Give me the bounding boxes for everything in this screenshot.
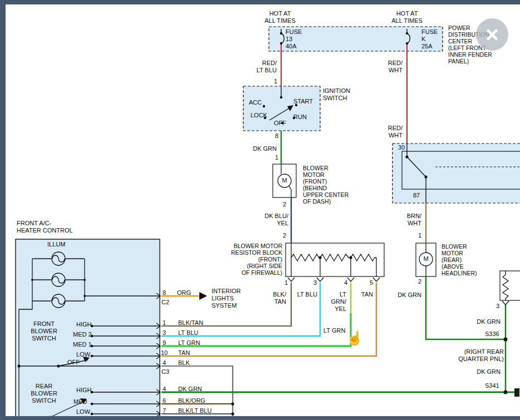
pin-label-ignition-1: 1 [274, 78, 277, 85]
wire-label-dk-grn-3: DK GRN [469, 318, 501, 325]
wire-label-tan-2: TAN [178, 349, 190, 357]
pin-label-front-motor-2: 2 [283, 201, 286, 208]
fuse-13-label: FUSE 13 40A [286, 28, 302, 50]
wire-label-red-wht-2: RED/ WHT [367, 125, 403, 139]
front-switch-low-label: LOW [76, 351, 90, 358]
rear-switch-med-label: MED [73, 398, 87, 406]
wire-label-red-ltblu: RED/ LT BLU [241, 60, 277, 74]
wire-label-blk-org: BLK/ORG [178, 397, 205, 404]
pin-label-c2-8: 8 [163, 289, 166, 297]
viewer-frame-bottom [0, 416, 520, 420]
pin-label-rear-7: 7 [163, 407, 166, 414]
ignition-lock-label: LOCK [251, 112, 267, 119]
wire-label-lt-grn-mid: LT GRN [323, 327, 345, 334]
front-blower-switch-label: FRONT BLOWER SWITCH [27, 320, 61, 342]
connector-label-c3: C3 [161, 368, 169, 375]
rear-switch-low-label: LOW [76, 408, 90, 416]
pin-label-rear-motor-2: 2 [418, 278, 421, 285]
wire-label-blk-tan-2: BLK/TAN [178, 319, 203, 327]
front-blower-motor-label: BLOWER MOTOR (FRONT) (BEHIND UPPER CENTE… [303, 165, 349, 205]
pin-label-c3-10: 10 [161, 349, 168, 357]
wire-label-lt-blu: LT BLU [294, 291, 317, 298]
wire-label-brn-wht: BRN/ WHT [390, 213, 421, 227]
wire-label-blk-lt-blu: BLK/LT BLU [178, 407, 212, 414]
front-switch-off-label: OFF [67, 359, 80, 366]
pin-label-front-motor-1: 1 [275, 154, 278, 161]
interior-lights-arrow-icon [199, 292, 207, 300]
hot-at-all-times-left-label: HOT AT ALL TIMES [255, 10, 305, 24]
pin-label-relay-87: 87 [413, 192, 420, 199]
pin-label-relay-30: 30 [398, 144, 405, 151]
wire-label-org: ORG [177, 289, 191, 297]
wire-label-dk-grn-2: DK GRN [390, 291, 421, 299]
ignition-run-label: RUN [293, 113, 307, 121]
viewer-frame-top [0, 0, 520, 4]
pin-label-rear-resistor-3: 3 [496, 303, 499, 310]
pin-label-resistor-3: 3 [313, 279, 317, 286]
viewer-frame-left [0, 0, 6, 420]
wire-label-dk-grn-1: DK GRN [245, 145, 277, 152]
right-rear-quarter-label: (RIGHT REAR QUARTER PNL) [448, 348, 504, 363]
front-ac-heater-control-label: FRONT A/C- HEATER CONTROL [17, 220, 73, 234]
pin-label-resistor-1: 1 [284, 279, 288, 286]
pin-label-rear-4: 4 [163, 386, 166, 393]
rear-blower-motor-label: BLOWER MOTOR (REAR) (ABOVE HEADLINER) [441, 243, 477, 276]
splice-label-s336: S336 [485, 330, 499, 338]
pin-label-c3-9: 9 [163, 339, 166, 347]
wire-label-dk-blu-yel: DK BLU/ YEL [255, 213, 288, 227]
pin-label-resistor-5: 5 [370, 279, 373, 286]
front-switch-high-label: HIGH [76, 321, 92, 328]
fuse-k-label: FUSE K 25A [421, 28, 438, 50]
pin-label-ignition-8: 8 [275, 132, 278, 140]
wire-label-dk-grn-4: DK GRN [469, 368, 501, 375]
close-icon: × [485, 22, 498, 47]
resistor-block-label: BLOWER MOTOR RESISTOR BLOCK (FRONT) (RIG… [225, 243, 282, 276]
front-switch-med1-label: MED 1 [73, 341, 92, 348]
interior-lights-system-label: INTERIOR LIGHTS SYSTEM [212, 288, 241, 309]
wire-continuation-stub [514, 388, 519, 397]
pin-label-c3-4: 4 [163, 359, 166, 367]
wire-label-blk: BLK [178, 359, 190, 367]
wire-label-lt-blu-2: LT BLU [178, 329, 198, 337]
hot-at-all-times-right-label: HOT AT ALL TIMES [382, 10, 432, 24]
rear-motor-m-label: M [421, 255, 430, 263]
pin-label-resistor-4: 4 [344, 279, 347, 286]
rear-switch-high-label: HIGH [76, 387, 92, 394]
front-switch-med2-label: MED 2 [73, 331, 92, 338]
pin-label-c3-3: 3 [163, 329, 166, 337]
ignition-acc-label: ACC [249, 99, 262, 106]
rear-resistor-box [500, 271, 520, 300]
pin-label-rear-motor-1: 1 [418, 232, 421, 239]
ignition-start-label: START [293, 98, 313, 105]
splice-label-s341: S341 [485, 382, 499, 389]
wire-label-lt-grn-yel: LT GRN/ YEL [331, 291, 346, 313]
wire-label-tan: TAN [356, 291, 373, 298]
wiring-diagram-viewer: HOT AT ALL TIMES HOT AT ALL TIMES FUSE 1… [0, 0, 520, 420]
pin-label-rear-6: 6 [163, 397, 166, 404]
wire-label-lt-grn-2: LT GRN [178, 339, 200, 347]
pin-label-c3-1: 1 [163, 319, 166, 327]
wire-label-blk-tan: BLK/ TAN [266, 291, 286, 305]
ignition-off-label: OFF [274, 120, 286, 127]
cursor-hand-icon: ☝ [346, 330, 363, 346]
front-motor-m-label: M [280, 177, 289, 184]
rear-blower-switch-label: REAR BLOWER SWITCH [27, 383, 61, 404]
wire-label-red-wht-1: RED/ WHT [367, 60, 403, 74]
wire-label-dk-grn-5: DK GRN [178, 386, 202, 393]
illum-label: ILLUM [47, 241, 65, 248]
pin-label-resistor-2: 2 [283, 232, 286, 239]
connector-label-c2: C2 [161, 299, 169, 306]
close-button[interactable]: × [476, 18, 508, 51]
ignition-switch-label: IGNITION SWITCH [323, 87, 350, 102]
